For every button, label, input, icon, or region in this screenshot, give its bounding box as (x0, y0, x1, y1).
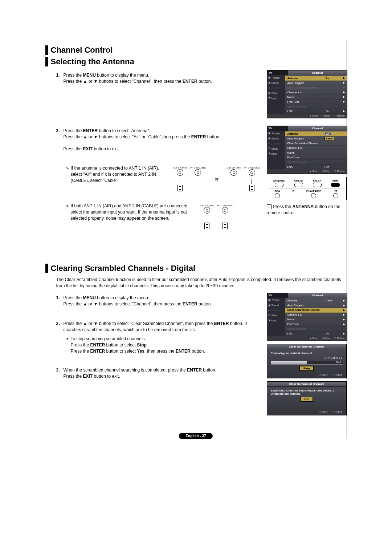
progress-bar: 50% (271, 361, 343, 365)
sound-icon: ◉ (268, 137, 270, 140)
heading-clear-scrambled: Clearing Scrambled Channels - Digital (45, 264, 347, 273)
popup-removing: Clear Scrambled Channel Removing scrambl… (267, 344, 347, 378)
page: Channel Control Selecting the Antenna 1.… (45, 40, 347, 439)
row-2: 2. Press the ENTER button to select "Ant… (45, 126, 347, 233)
remote-diagram: ANTENNA CH LIST FAV.CH HDMI REW P PLAY/P… (267, 177, 347, 200)
input-icon: ◥ (268, 152, 270, 155)
osd-left-tabs: ▣Picture ◉Sound ◆Channel ✿Setup ◥Input (267, 75, 285, 114)
input-icon: ◥ (268, 319, 270, 322)
row-1: 1. Press the MENU button to display the … (45, 70, 347, 121)
note-antenna-single: ➣ If the antenna is connected to ANT 1 I… (66, 165, 170, 183)
input-icon: ◥ (268, 97, 270, 100)
step-s2-3: 3. When the scrambled channel searching … (56, 367, 260, 379)
channel-icon: ◆ (268, 86, 270, 89)
heading-selecting-antenna: Selecting the Antenna (45, 57, 347, 66)
picture-icon: ▣ (268, 76, 271, 79)
setup-icon: ✿ (268, 92, 270, 94)
step-s2-1: 1. Press the MENU button to display the … (56, 295, 260, 307)
note-antenna-both: ➣ If both ANT 1 IN (AIR) and ANT 2 IN (C… (66, 203, 197, 221)
step-2: 2. Press the ENTER button to select "Ant… (56, 128, 260, 152)
setup-icon: ✿ (268, 314, 270, 317)
connector-diagram-or: ANT 1 IN (AIR)↑ ANT 2 IN (CABLE) or ANT … (173, 167, 260, 191)
sound-icon: ◉ (268, 81, 270, 84)
popup-completed: Clear Scrambled Channel Scrambled Channe… (267, 381, 347, 415)
sound-icon: ◉ (268, 304, 270, 307)
osd-menu-channel: TV Channel ▣Picture ◉Sound ◆Channel ✿Set… (267, 70, 347, 118)
setup-icon: ✿ (268, 147, 270, 150)
row-s2-1: 1. Press the MENU button to display the … (45, 293, 347, 418)
page-number: English - 37 (45, 433, 347, 439)
step-s2-2: 2. Press the ▲ or ▼ button to select "Cl… (56, 321, 260, 333)
remote-icon: ▭ (267, 204, 271, 209)
intro-clear-scrambled: The Clear Scrambled Channel function is … (56, 277, 347, 289)
step-1: 1. Press the MENU button to display the … (56, 72, 260, 85)
connector-diagram-both: ANT 1 IN (AIR)↑ ANT 2 IN (CABLE)↑ (200, 204, 233, 229)
channel-icon: ◆ (268, 142, 270, 145)
osd-menu-antenna-select: TV Channel ▣Picture ◉Sound ◆Channel ✿Set… (267, 126, 347, 174)
picture-icon: ▣ (268, 132, 271, 135)
osd-menu-clear-scrambled: TV Channel ▣Picture ◉Sound ◆Channel ✿Set… (267, 293, 347, 341)
stop-button[interactable]: Stop (299, 366, 314, 371)
section-title: Channel Control (45, 45, 347, 55)
note-stop: ➣ To stop searching scrambled channels. … (66, 336, 260, 354)
picture-icon: ▣ (268, 299, 271, 302)
channel-icon: ◆ (268, 309, 270, 312)
remote-tip: ▭Press the ANTENNA button on the remote … (267, 204, 347, 216)
osd-options: Antenna: Air▶ Auto Program▶ Clear Scramb… (285, 75, 347, 114)
ok-button[interactable]: OK (301, 397, 313, 402)
